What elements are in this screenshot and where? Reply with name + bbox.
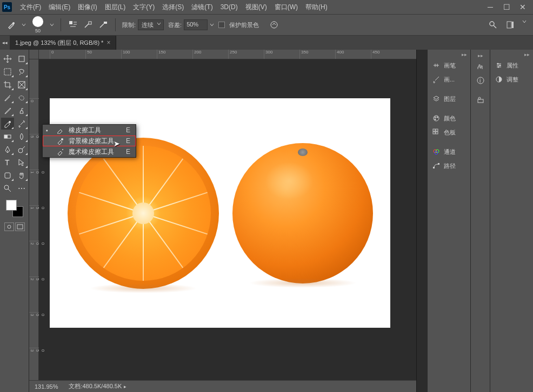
shape-tool[interactable] (1, 170, 14, 181)
tolerance-input[interactable]: 50% (184, 19, 208, 30)
svg-rect-32 (438, 163, 439, 165)
toolbox: T ⋯ (0, 50, 29, 392)
menu-type[interactable]: 文字(Y) (129, 0, 158, 14)
tolerance-label: 容差: (168, 21, 182, 29)
blur-tool[interactable] (15, 131, 28, 143)
panel-layers[interactable]: 图层 (428, 92, 470, 106)
panel-color[interactable]: 颜色 (428, 111, 470, 125)
limit-option: 限制: 连续 (122, 19, 164, 30)
menu-view[interactable]: 视图(V) (242, 0, 271, 14)
gradient-tool[interactable] (1, 131, 14, 143)
panel-brush-presets[interactable]: 画... (428, 72, 470, 86)
sampling-once-icon[interactable] (83, 19, 94, 30)
panel-histogram[interactable] (471, 59, 490, 73)
history-brush-tool[interactable] (15, 118, 28, 130)
menu-window[interactable]: 窗口(W) (271, 0, 302, 14)
panel-channels[interactable]: 通道 (428, 145, 470, 159)
menu-file[interactable]: 文件(F) (16, 0, 45, 14)
menu-select[interactable]: 选择(S) (158, 0, 188, 14)
chevron-down-icon[interactable] (22, 23, 26, 27)
ruler-tick: 400 (335, 50, 344, 59)
menu-help[interactable]: 帮助(H) (302, 0, 331, 14)
histogram-icon (476, 62, 485, 71)
pressure-icon[interactable] (269, 19, 279, 30)
path-select-tool[interactable] (15, 157, 28, 168)
menu-layer[interactable]: 图层(L) (101, 0, 130, 14)
collapse-panel-icon[interactable]: ▸▸ (428, 52, 470, 58)
brush-tool[interactable] (1, 105, 14, 117)
eraser-tool[interactable] (1, 118, 14, 130)
current-tool-icon[interactable] (6, 19, 17, 30)
panel-label: 图层 (444, 95, 456, 103)
chevron-down-icon[interactable] (50, 23, 54, 27)
layers-icon (432, 94, 441, 103)
document-size[interactable]: 文档:480.5K/480.5K▸ (69, 382, 126, 390)
panel-brushes[interactable]: 画笔 (428, 58, 470, 72)
chevron-down-icon[interactable] (522, 19, 527, 24)
panel-adjustments[interactable]: 调整 (490, 72, 533, 86)
menu-image[interactable]: 图像(I) (74, 0, 101, 14)
search-icon[interactable] (488, 19, 498, 30)
menu-3d[interactable]: 3D(D) (217, 0, 242, 14)
chevron-right-icon[interactable]: ▸ (124, 384, 126, 389)
divider (115, 18, 116, 31)
background-eraser-icon (56, 137, 64, 145)
flyout-item-magic-eraser[interactable]: 魔术橡皮擦工具 E (43, 146, 136, 157)
panel-info[interactable]: i (471, 73, 490, 87)
workspace-icon[interactable] (505, 19, 516, 30)
panel-character[interactable] (471, 93, 490, 107)
eraser-tool-flyout: ▪ 橡皮擦工具 E 背景橡皮擦工具 E 魔术橡皮擦工具 E (42, 124, 136, 158)
menu-filter[interactable]: 滤镜(T) (188, 0, 216, 14)
zoom-tool[interactable] (1, 183, 14, 194)
artboard-tool[interactable] (15, 53, 28, 65)
dodge-tool[interactable] (15, 144, 28, 156)
chevron-down-icon[interactable] (210, 23, 214, 27)
type-tool[interactable]: T (1, 157, 14, 168)
quick-mask-icon[interactable] (4, 222, 14, 231)
limit-select[interactable]: 连续 (138, 19, 164, 30)
color-swatches[interactable] (6, 200, 23, 217)
lasso-tool[interactable] (15, 66, 28, 78)
ruler-corner (29, 50, 39, 59)
collapse-toolbar-icon[interactable]: ◂◂ (0, 36, 10, 50)
panel-swatches[interactable]: 色板 (428, 125, 470, 139)
close-tab-icon[interactable]: × (106, 39, 110, 46)
minimize-button[interactable]: ─ (482, 0, 498, 14)
patch-tool[interactable] (15, 92, 28, 104)
svg-text:T: T (5, 158, 10, 167)
brush-preset[interactable]: 50 (32, 16, 43, 33)
flyout-item-eraser[interactable]: ▪ 橡皮擦工具 E (43, 125, 136, 136)
edit-toolbar[interactable]: ⋯ (15, 183, 28, 194)
sampling-continuous-icon[interactable] (68, 19, 78, 30)
svg-point-37 (497, 63, 499, 65)
foreground-color[interactable] (6, 200, 17, 211)
frame-tool[interactable] (15, 79, 28, 91)
crop-tool[interactable] (1, 79, 14, 91)
protect-fg-option[interactable]: 保护前景色 (218, 21, 259, 29)
panel-paths[interactable]: 路径 (428, 159, 470, 173)
ruler-tick: 300 (29, 312, 39, 316)
close-button[interactable]: ✕ (515, 0, 531, 14)
pen-tool[interactable] (1, 144, 14, 156)
sampling-swatch-icon[interactable] (98, 19, 109, 30)
panel-properties[interactable]: 属性 (490, 58, 533, 72)
flyout-shortcut: E (126, 126, 130, 134)
ruler-horizontal[interactable]: 0 50 100 150 200 250 300 350 400 450 (39, 50, 416, 59)
maximize-button[interactable]: ☐ (498, 0, 515, 14)
flyout-item-background-eraser[interactable]: 背景橡皮擦工具 E (43, 136, 136, 146)
document-tab[interactable]: 1.jpeg @ 132% (图层 0, RGB/8) * × (10, 36, 116, 50)
menu-edit[interactable]: 编辑(E) (45, 0, 74, 14)
hand-tool[interactable] (15, 170, 28, 181)
eyedropper-tool[interactable] (1, 92, 14, 104)
svg-rect-1 (69, 21, 72, 24)
ruler-vertical[interactable]: 0 50 100 150 200 250 300 350 (29, 59, 39, 392)
collapse-panel-icon[interactable]: ▸▸ (471, 52, 490, 59)
protect-fg-checkbox[interactable] (218, 22, 225, 28)
zoom-level[interactable]: 131.95% (35, 383, 58, 390)
move-tool[interactable] (1, 53, 14, 65)
clone-stamp-tool[interactable] (15, 105, 28, 117)
marquee-tool[interactable] (1, 66, 14, 78)
collapse-panel-icon[interactable]: ▸▸ (490, 52, 533, 58)
character-icon (476, 96, 485, 104)
screen-mode-icon[interactable] (15, 222, 25, 231)
